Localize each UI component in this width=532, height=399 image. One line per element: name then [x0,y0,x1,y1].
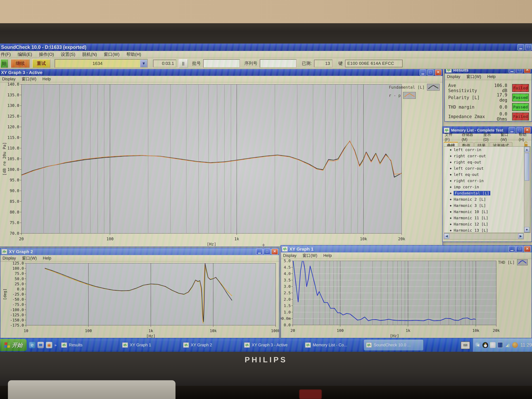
xy-graph-1-titlebar[interactable]: XY Graph 1 ▁ □ ✕ [281,246,532,252]
scroll-down-icon[interactable]: ▼ [524,227,530,232]
maximize-icon[interactable]: □ [264,249,270,255]
result-row: Polarity [L] 17.9 deg Passed [448,93,529,102]
start-test-button[interactable]: 始 [0,59,8,68]
menu-item[interactable]: 编辑(E) [18,51,32,57]
taskbar-window-button[interactable]: SoundCheck 10.0 ... [364,340,423,351]
close-icon[interactable]: ✕ [435,70,442,76]
list-item[interactable]: Fundamental [L] [444,190,530,196]
list-item[interactable]: Harmonic 3 [L] [444,203,530,209]
close-icon[interactable]: ✕ [271,249,278,255]
minimize-icon[interactable]: ▁ [256,249,263,255]
list-item[interactable]: imp corr-in [444,184,530,190]
system-tray: ◀ ◢) 11:29 [473,338,532,352]
close-icon[interactable]: ✕ [524,246,531,252]
maximize-icon[interactable]: □ [427,70,434,76]
menu-item[interactable]: 帮助(H) [127,51,141,57]
menu-item[interactable]: 件(F) [1,51,11,57]
menu-item[interactable]: Display [283,253,297,258]
chevron-down-icon[interactable]: ▼ [140,60,147,67]
xy-graph-3-titlebar[interactable]: XY Graph 3 - Active ▁ □ ✕ [0,69,443,76]
antivirus-icon[interactable] [512,342,518,348]
scroll-up-icon[interactable]: ▲ [524,147,530,152]
list-item[interactable]: Harmonic 10 [L] [444,209,530,215]
legend-line-sample[interactable] [403,92,416,99]
list-item[interactable]: Harmonic 11 [L] [444,215,530,221]
taskbar-window-button[interactable]: XY Graph 1 [120,340,180,351]
minimize-icon[interactable]: ▁ [518,44,524,50]
maximize-icon[interactable]: □ [525,44,532,50]
horizontal-scrollbar[interactable]: ◀ ▶ [444,233,524,240]
svg-text:1k: 1k [149,329,153,333]
taskbar-window-button[interactable]: XY Graph 2 [181,340,241,351]
list-item[interactable]: left corr-in [444,147,530,153]
menu-item[interactable]: Display [447,74,460,79]
show-desktop-icon[interactable] [38,342,44,348]
list-item[interactable]: right eq-out [444,159,530,165]
svg-text:[Hz]: [Hz] [390,334,399,338]
maximize-icon[interactable]: □ [516,246,523,252]
list-item[interactable]: left corr-out [444,165,530,171]
list-item[interactable]: right corr-out [444,153,530,159]
menu-item[interactable]: 设置(S) [61,51,75,57]
menu-item[interactable]: 窗口(W) [303,253,317,258]
menu-item[interactable]: 窗口(W) [104,51,120,57]
list-item[interactable]: right corr-in [444,177,530,184]
menu-item[interactable]: 窗口(W) [22,76,36,82]
tray-clock: 11:29 [520,342,532,348]
list-item[interactable]: Harmonic 13 [L] [444,227,530,233]
svg-text:2.0: 2.0 [284,297,291,302]
taskbar-window-button[interactable]: XY Graph 3 - Active [242,340,302,351]
svg-text:105.0: 105.0 [7,157,19,161]
window-icon [183,342,189,348]
svg-text:125.0: 125.0 [13,261,24,266]
language-bar-icon[interactable]: ◀ [475,342,481,348]
chevron-more-icon[interactable]: » [54,343,57,347]
pause-button[interactable]: || [179,59,188,68]
legend-line-sample[interactable] [517,259,528,265]
svg-text:140.0: 140.0 [7,82,19,87]
menu-item[interactable]: Help [487,74,496,79]
scroll-right-icon[interactable]: ▶ [518,233,523,239]
menu-item[interactable]: Display [2,77,16,81]
curve-name: Fundamental [L] [454,191,490,195]
legend-line-sample[interactable] [427,84,440,91]
vertical-scrollbar[interactable]: ▲ ▼ [524,147,530,233]
serial-input[interactable] [260,59,297,68]
menu-item[interactable]: Help [43,77,51,81]
legend-label: Fundamental [L] [389,85,424,90]
taskbar-window-button[interactable]: Results [59,340,119,351]
result-value: 0.0 Ohms [487,111,507,122]
volume-icon[interactable]: ◢) [505,342,510,348]
status-badge: Passed [512,94,529,101]
scroll-left-icon[interactable]: ◀ [444,233,449,239]
svg-text:20: 20 [291,328,295,333]
list-item[interactable]: left eq-out [444,171,530,177]
taskbar-window-button[interactable]: Memory List - Co... [303,340,362,351]
menu-item[interactable]: 窗口(W) [466,74,481,79]
menu-item[interactable]: Display [2,256,16,261]
lot-input[interactable] [203,59,240,68]
retry-button[interactable]: 重试 [32,59,51,68]
menu-item[interactable]: 操作(O) [39,51,54,57]
start-button[interactable]: 开始 [0,339,27,351]
minimize-icon[interactable]: ▁ [509,246,515,252]
sequence-combobox[interactable]: 1634 ▼ [55,59,148,68]
keyboard-layout-icon[interactable]: ⌨ [461,342,470,349]
list-item[interactable]: Harmonic 2 [L] [444,196,530,203]
scrollbar-thumb[interactable] [525,153,529,181]
messenger-icon[interactable] [490,342,495,348]
menu-item[interactable]: 脱机(N) [82,51,97,57]
menu-item[interactable]: Help [323,253,332,258]
menu-item[interactable]: 窗口(W) [22,255,37,261]
xy-graph-2-titlebar[interactable]: XY Graph 2 ▁ □ ✕ [0,248,279,255]
svg-text:110.0: 110.0 [7,146,19,150]
internet-explorer-icon[interactable]: e [29,342,35,348]
display-settings-icon[interactable] [497,342,503,348]
resume-button[interactable]: 继续 [11,59,30,68]
minimize-icon[interactable]: ▁ [420,70,426,76]
list-item[interactable]: Harmonic 12 [L] [444,221,530,227]
media-player-icon[interactable]: ◉ [46,342,52,348]
qq-penguin-icon[interactable] [482,342,488,348]
start-label: 开始 [12,342,23,349]
menu-item[interactable]: Help [43,256,51,261]
